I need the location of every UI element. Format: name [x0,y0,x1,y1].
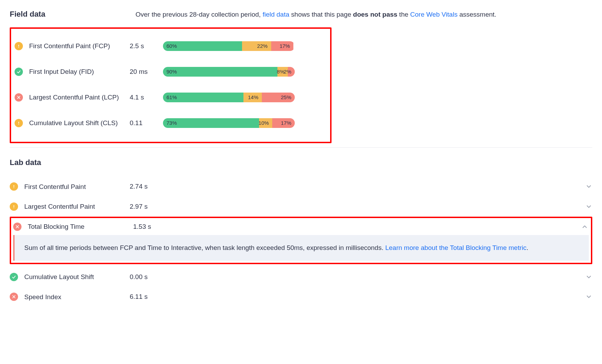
exclamation-icon [15,42,23,50]
lab-metric-row[interactable]: Cumulative Layout Shift0.00 s [10,267,592,287]
summary-status: does not pass [353,11,397,18]
field-metric-row: Largest Contentful Paint (LCP)4.1 s61%14… [15,87,325,108]
metric-name: First Contentful Paint (FCP) [29,42,130,51]
svg-rect-0 [18,44,19,46]
dist-needs-improvement-segment: 22% [242,41,271,51]
lab-data-title: Lab data [10,158,592,167]
field-data-highlight-box: First Contentful Paint (FCP)2.5 s60%22%1… [10,27,332,143]
lab-data-list: First Contentful Paint2.74 sLargest Cont… [10,177,592,307]
metric-value: 20 ms [130,68,163,76]
dist-good-segment: 60% [163,41,242,51]
learn-more-link[interactable]: Learn more about the Total Blocking Time… [385,244,526,251]
field-data-summary: Over the previous 28-day collection peri… [136,10,497,20]
summary-mid2: the [397,11,410,18]
dist-good-segment: 61% [163,93,243,102]
svg-rect-4 [18,121,19,123]
metric-name: First Input Delay (FID) [29,67,130,76]
distribution-bar: 90%8%2% [163,67,295,77]
distribution-bar: 61%14%25% [163,93,295,102]
x-icon [15,93,23,102]
dist-needs-improvement-segment: 10% [259,118,272,128]
dist-needs-improvement-segment: 14% [243,93,262,102]
detail-suffix: . [526,244,528,251]
dist-poor-segment: 17% [272,118,295,128]
dist-good-segment: 90% [163,67,277,77]
field-data-title: Field data [10,10,45,19]
dist-poor-segment: 17% [271,41,294,51]
lab-metric-row[interactable]: Total Blocking Time1.53 s [11,218,591,235]
metric-name: Total Blocking Time [28,222,133,231]
exclamation-icon [10,182,18,191]
summary-mid1: shows that this page [289,11,353,18]
chevron-up-icon[interactable] [581,223,588,230]
field-metric-row: First Input Delay (FID)20 ms90%8%2% [15,61,325,82]
chevron-down-icon[interactable] [585,183,592,190]
distribution-bar: 60%22%17% [163,41,295,51]
dist-poor-segment: 2% [288,67,295,77]
lab-metric-row[interactable]: Speed Index6.11 s [10,287,592,307]
dist-poor-segment: 25% [262,93,295,102]
field-metric-row: First Contentful Paint (FCP)2.5 s60%22%1… [15,36,325,57]
dist-good-segment: 73% [163,118,259,128]
svg-rect-8 [14,205,14,207]
metric-value: 2.5 s [130,42,163,50]
chevron-down-icon[interactable] [585,203,592,210]
exclamation-icon [15,119,23,127]
metric-detail-panel: Sum of all time periods between FCP and … [13,235,589,260]
chevron-down-icon[interactable] [585,293,592,300]
lab-metric-row[interactable]: Largest Contentful Paint2.97 s [10,197,592,217]
section-divider [10,147,592,148]
metric-name: Speed Index [24,293,130,302]
metric-value: 2.97 s [130,203,148,210]
summary-suffix: assessment. [457,11,496,18]
check-icon [10,273,18,281]
core-web-vitals-link[interactable]: Core Web Vitals [410,11,458,18]
metric-name: Largest Contentful Paint (LCP) [29,93,130,102]
metric-name: Cumulative Layout Shift [24,272,130,281]
distribution-bar: 73%10%17% [163,118,295,128]
svg-rect-6 [14,185,14,187]
svg-point-5 [18,124,19,124]
metric-name: First Contentful Paint [24,182,130,191]
x-icon [10,293,18,301]
lab-metric-expanded-highlight: Total Blocking Time1.53 sSum of all time… [10,217,592,264]
field-data-header: Field data Over the previous 28-day coll… [10,10,592,20]
exclamation-icon [10,202,18,211]
summary-prefix: Over the previous 28-day collection peri… [136,11,263,18]
metric-value: 0.11 [130,119,163,127]
field-metric-row: Cumulative Layout Shift (CLS)0.1173%10%1… [15,113,325,133]
metric-value: 6.11 s [130,293,148,301]
svg-point-9 [14,207,14,208]
metric-value: 2.74 s [130,183,148,190]
svg-point-1 [18,47,19,47]
svg-point-7 [14,188,14,188]
lab-metric-row[interactable]: First Contentful Paint2.74 s [10,177,592,197]
chevron-down-icon[interactable] [585,274,592,280]
metric-value: 4.1 s [130,94,163,101]
check-icon [15,68,23,76]
field-data-link[interactable]: field data [263,11,289,18]
metric-name: Cumulative Layout Shift (CLS) [29,119,130,128]
metric-name: Largest Contentful Paint [24,202,130,211]
detail-text: Sum of all time periods between FCP and … [24,244,385,251]
x-icon [13,223,22,231]
metric-value: 1.53 s [133,223,151,231]
metric-value: 0.00 s [130,273,148,281]
